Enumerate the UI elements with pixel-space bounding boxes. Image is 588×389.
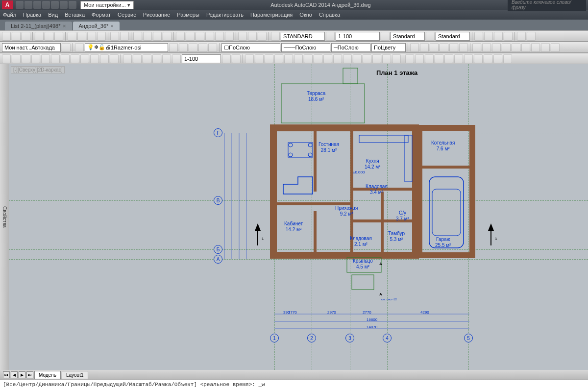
tool-button[interactable]: [420, 43, 429, 52]
dim-diameter-button[interactable]: [444, 54, 453, 63]
linetype-select[interactable]: ─── ПоСлою: [281, 43, 330, 52]
erase-button[interactable]: [245, 54, 254, 63]
move-button[interactable]: [294, 54, 303, 63]
tool-button[interactable]: [521, 43, 530, 52]
redo-icon[interactable]: [69, 1, 76, 9]
tool-button[interactable]: [326, 32, 335, 41]
tool-button[interactable]: [512, 43, 520, 52]
tool-button[interactable]: [472, 43, 481, 52]
menu-tools[interactable]: Сервис: [118, 12, 136, 18]
ellipse-button[interactable]: [51, 54, 60, 63]
saveas-icon[interactable]: [42, 1, 50, 9]
sheetset-button[interactable]: [205, 32, 214, 41]
dim-linear-button[interactable]: [405, 54, 414, 63]
region-button[interactable]: [80, 54, 89, 63]
designcenter-button[interactable]: [186, 32, 195, 41]
nav-last-button[interactable]: ⏭: [26, 371, 33, 378]
open-icon[interactable]: [24, 1, 32, 9]
scale-button[interactable]: [314, 54, 322, 63]
open-button[interactable]: [12, 32, 21, 41]
copy-button[interactable]: [77, 32, 86, 41]
tool-button[interactable]: [430, 43, 439, 52]
tool-button[interactable]: [62, 43, 71, 52]
dim-continue-button[interactable]: [454, 54, 463, 63]
point-button[interactable]: [110, 54, 119, 63]
preview-button[interactable]: [45, 32, 53, 41]
tool-button[interactable]: [459, 43, 468, 52]
menu-parametric[interactable]: Параметризация: [250, 12, 293, 18]
break-button[interactable]: [353, 54, 362, 63]
close-icon[interactable]: ✕: [63, 24, 66, 28]
quickcalc-button[interactable]: [225, 32, 234, 41]
menu-file[interactable]: Файл: [3, 12, 16, 18]
drawing-canvas[interactable]: [-][Сверху][2D-каркас] План 1 этажа Г В …: [9, 64, 588, 370]
mtext-button[interactable]: [100, 54, 109, 63]
menu-view[interactable]: Вид: [48, 12, 58, 18]
document-tab[interactable]: List 2-11_(planj)498*✕: [5, 22, 72, 30]
publish-button[interactable]: [54, 32, 63, 41]
markup-button[interactable]: [215, 32, 224, 41]
menu-modify[interactable]: Редактировать: [206, 12, 244, 18]
menu-help[interactable]: Справка: [319, 12, 340, 18]
tool-button[interactable]: [474, 32, 483, 41]
join-button[interactable]: [363, 54, 371, 63]
scale-select[interactable]: 1-100: [336, 32, 380, 41]
nav-prev-button[interactable]: ◀: [11, 371, 18, 378]
fillet-button[interactable]: [382, 54, 391, 63]
tool-button[interactable]: [517, 32, 526, 41]
tool-button[interactable]: [381, 32, 390, 41]
tool-button[interactable]: [189, 43, 197, 52]
circle-button[interactable]: [22, 54, 30, 63]
properties-panel-tab[interactable]: Свойства: [0, 64, 9, 370]
close-icon[interactable]: ✕: [110, 24, 114, 28]
zoom-previous-button[interactable]: [163, 32, 172, 41]
redo-button[interactable]: [120, 32, 129, 41]
tool-button[interactable]: [527, 32, 536, 41]
properties-button[interactable]: [176, 32, 185, 41]
tool-button[interactable]: [162, 54, 171, 63]
tool-button[interactable]: [238, 32, 247, 41]
model-tab[interactable]: Модель: [34, 371, 61, 379]
tool-button[interactable]: [222, 54, 231, 63]
menu-dimensions[interactable]: Размеры: [177, 12, 199, 18]
trim-button[interactable]: [333, 54, 342, 63]
rotate-button[interactable]: [304, 54, 313, 63]
tool-button[interactable]: [426, 32, 435, 41]
gradient-button[interactable]: [71, 54, 79, 63]
explode-button[interactable]: [392, 54, 401, 63]
tool-button[interactable]: [541, 43, 550, 52]
copy-button[interactable]: [255, 54, 264, 63]
menu-window[interactable]: Окно: [299, 12, 312, 18]
offset-button[interactable]: [274, 54, 283, 63]
nav-first-button[interactable]: ⏮: [3, 371, 10, 378]
undo-icon[interactable]: [60, 1, 68, 9]
save-icon[interactable]: [33, 1, 41, 9]
layer-select[interactable]: 💡❄🔓🖨 1Razmer-osi: [85, 43, 168, 52]
tool-button[interactable]: [152, 54, 161, 63]
tool-button[interactable]: [492, 43, 501, 52]
tool-button[interactable]: [482, 43, 491, 52]
paste-button[interactable]: [87, 32, 96, 41]
dim-radius-button[interactable]: [435, 54, 443, 63]
menu-draw[interactable]: Рисование: [143, 12, 170, 18]
viewport-label[interactable]: [-][Сверху][2D-каркас]: [11, 66, 65, 73]
standard-select[interactable]: Standard: [436, 32, 470, 41]
tool-button[interactable]: [440, 43, 448, 52]
tool-button[interactable]: [143, 54, 151, 63]
tool-button[interactable]: [449, 43, 458, 52]
tool-button[interactable]: [502, 43, 511, 52]
tool-button[interactable]: [208, 43, 217, 52]
save-button[interactable]: [22, 32, 30, 41]
tool-button[interactable]: [172, 54, 181, 63]
array-button[interactable]: [284, 54, 293, 63]
line-button[interactable]: [2, 54, 11, 63]
workspace-selector[interactable]: Мои настройки... ▾: [80, 1, 134, 9]
standard-select[interactable]: Standard: [391, 32, 425, 41]
tool-button[interactable]: [531, 43, 540, 52]
mirror-button[interactable]: [265, 54, 273, 63]
scale-select[interactable]: 1-100: [182, 54, 221, 63]
cut-button[interactable]: [68, 32, 76, 41]
extend-button[interactable]: [343, 54, 352, 63]
app-logo[interactable]: A: [2, 0, 13, 9]
tool-button[interactable]: [133, 54, 142, 63]
